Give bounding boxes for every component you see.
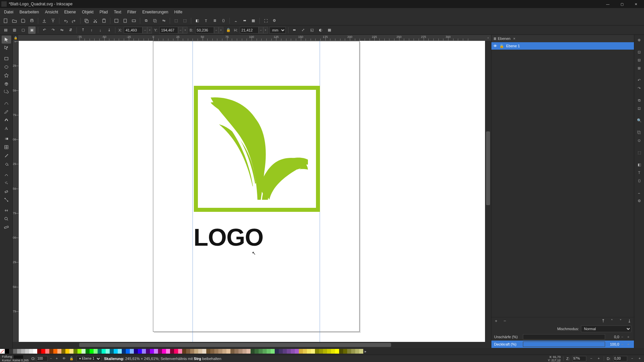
- color-swatch[interactable]: [218, 349, 222, 354]
- group-button[interactable]: ⬚: [172, 17, 180, 24]
- eraser-tool[interactable]: [2, 187, 11, 195]
- menu-objekt[interactable]: Objekt: [79, 9, 96, 15]
- rect-tool[interactable]: [2, 55, 11, 63]
- align-button[interactable]: ⫠: [232, 17, 239, 24]
- horizontal-scrollbar[interactable]: [19, 342, 485, 348]
- unit-select[interactable]: mm: [269, 27, 286, 34]
- palette-more-icon[interactable]: ▸: [363, 349, 368, 354]
- blend-mode-select[interactable]: Normal: [581, 325, 631, 332]
- layer-visibility-toggle[interactable]: 👁: [493, 44, 497, 48]
- ruler-vertical[interactable]: 0255075100125150175200225250275: [13, 41, 19, 342]
- color-swatch[interactable]: [355, 349, 359, 354]
- dock-align-icon[interactable]: ⫠: [636, 189, 643, 196]
- print-button[interactable]: [28, 17, 36, 24]
- blur-inc[interactable]: +: [627, 335, 631, 339]
- zoom-fit-button[interactable]: [113, 17, 120, 24]
- layers-panel-close[interactable]: ×: [513, 37, 515, 41]
- fill-stroke-indicator[interactable]: Füllung: Kontur: Keine 0,265: [2, 355, 29, 362]
- prefs-button[interactable]: ⚙: [271, 17, 278, 24]
- color-swatch[interactable]: [29, 349, 33, 354]
- color-swatch[interactable]: [243, 349, 247, 354]
- color-swatch[interactable]: [162, 349, 166, 354]
- zoom-drawing-button[interactable]: [130, 17, 138, 24]
- star-tool[interactable]: [2, 71, 11, 79]
- dock-prefs-icon[interactable]: ⚙: [636, 197, 643, 204]
- rotate-inc[interactable]: +: [637, 356, 642, 361]
- status-visibility-icon[interactable]: 👁: [62, 356, 66, 361]
- export-button[interactable]: [49, 17, 57, 24]
- connector-tool[interactable]: [2, 196, 11, 204]
- toggle-selection-button[interactable]: ▣: [28, 26, 36, 34]
- color-swatch[interactable]: [238, 349, 243, 354]
- h-input[interactable]: [240, 27, 259, 34]
- color-swatch[interactable]: [65, 349, 69, 354]
- raise-top-button[interactable]: ⤒: [79, 26, 87, 34]
- color-swatch[interactable]: [114, 349, 118, 354]
- color-swatch[interactable]: [287, 349, 291, 354]
- redo-button[interactable]: [70, 17, 78, 24]
- y-input[interactable]: [159, 27, 178, 34]
- color-swatch[interactable]: [69, 349, 73, 354]
- status-lock-icon[interactable]: 🔓: [69, 356, 74, 361]
- color-swatch[interactable]: [359, 349, 363, 354]
- color-swatch[interactable]: [142, 349, 146, 354]
- status-opacity-inc[interactable]: +: [54, 356, 59, 361]
- w-dec[interactable]: −: [214, 27, 219, 34]
- rotate-ccw-button[interactable]: ↶: [41, 26, 48, 34]
- dock-zoom-icon[interactable]: 🔍: [636, 117, 643, 124]
- spiral-tool[interactable]: [2, 88, 11, 96]
- y-dec[interactable]: −: [178, 27, 183, 34]
- color-swatch[interactable]: [182, 349, 186, 354]
- canvas[interactable]: LOGO ↖: [19, 41, 485, 342]
- color-swatch[interactable]: [146, 349, 150, 354]
- color-swatch[interactable]: [86, 349, 90, 354]
- color-swatch[interactable]: [234, 349, 238, 354]
- zoom-dec[interactable]: −: [589, 356, 594, 361]
- color-swatch[interactable]: [222, 349, 226, 354]
- color-swatch[interactable]: [126, 349, 130, 354]
- affect-gradient-button[interactable]: ◐: [317, 26, 324, 34]
- calligraphy-tool[interactable]: [2, 116, 11, 124]
- color-swatch[interactable]: [331, 349, 335, 354]
- x-input[interactable]: [124, 27, 143, 34]
- layer-row[interactable]: 👁 🔓 Ebene 1: [491, 42, 634, 50]
- color-swatch[interactable]: [73, 349, 77, 354]
- h-inc[interactable]: +: [263, 27, 268, 34]
- color-palette[interactable]: ▸: [0, 348, 644, 355]
- no-color-swatch[interactable]: [0, 349, 5, 354]
- selector-tool[interactable]: [2, 36, 11, 44]
- rotate-dec[interactable]: −: [630, 356, 635, 361]
- color-swatch[interactable]: [271, 349, 275, 354]
- color-swatch[interactable]: [61, 349, 65, 354]
- color-swatch[interactable]: [102, 349, 106, 354]
- cut-button[interactable]: [92, 17, 99, 24]
- color-swatch[interactable]: [202, 349, 206, 354]
- h-dec[interactable]: −: [259, 27, 263, 34]
- color-swatch[interactable]: [118, 349, 122, 354]
- color-swatch[interactable]: [311, 349, 315, 354]
- ellipse-tool[interactable]: [2, 63, 11, 71]
- menu-ebene[interactable]: Ebene: [61, 9, 78, 15]
- color-swatch[interactable]: [247, 349, 251, 354]
- 3dbox-tool[interactable]: [2, 80, 11, 88]
- color-swatch[interactable]: [315, 349, 319, 354]
- color-swatch[interactable]: [166, 349, 170, 354]
- color-swatch[interactable]: [45, 349, 49, 354]
- color-swatch[interactable]: [299, 349, 303, 354]
- zoom-page-button[interactable]: [121, 17, 129, 24]
- color-swatch[interactable]: [13, 349, 17, 354]
- affect-corners-button[interactable]: ◱: [308, 26, 316, 34]
- color-swatch[interactable]: [319, 349, 323, 354]
- color-swatch[interactable]: [122, 349, 126, 354]
- dock-text-icon[interactable]: T: [636, 169, 643, 176]
- w-input[interactable]: [195, 27, 214, 34]
- node-tool[interactable]: [2, 44, 11, 52]
- copy-button[interactable]: [83, 17, 90, 24]
- transform-button[interactable]: ⬌: [241, 17, 248, 24]
- color-swatch[interactable]: [90, 349, 94, 354]
- color-swatch[interactable]: [230, 349, 234, 354]
- paste-button[interactable]: [100, 17, 108, 24]
- mesh-tool[interactable]: [2, 143, 11, 151]
- color-swatch[interactable]: [110, 349, 114, 354]
- color-swatch[interactable]: [170, 349, 174, 354]
